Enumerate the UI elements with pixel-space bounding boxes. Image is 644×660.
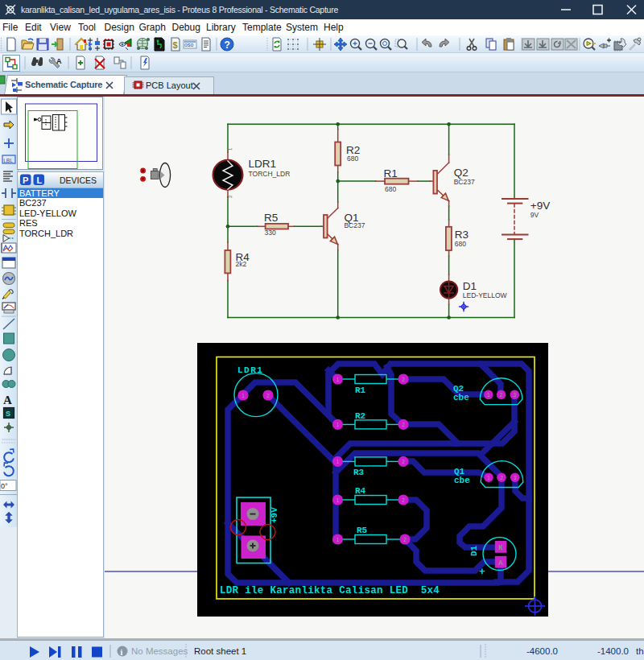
svg-text:cbe: cbe — [453, 393, 469, 402]
svg-text:3: 3 — [513, 392, 516, 398]
svg-text:th: th — [636, 646, 644, 656]
svg-text:0°: 0° — [1, 482, 8, 490]
svg-text:LBL: LBL — [3, 158, 13, 163]
svg-text:1: 1 — [336, 459, 340, 464]
svg-text:+: + — [479, 566, 485, 578]
svg-text:2k2: 2k2 — [236, 260, 247, 268]
svg-text:2: 2 — [403, 537, 407, 542]
svg-text:680: 680 — [385, 185, 396, 193]
svg-text:BC237: BC237 — [344, 221, 365, 229]
svg-text:2: 2 — [402, 377, 405, 382]
svg-text:LDR1: LDR1 — [249, 158, 277, 170]
svg-text:BC237: BC237 — [454, 178, 475, 186]
svg-text:1: 1 — [336, 497, 340, 503]
svg-text:LED-YELLOW: LED-YELLOW — [463, 291, 507, 299]
svg-text:2: 2 — [266, 393, 270, 398]
svg-text:9V: 9V — [530, 211, 539, 219]
svg-text:?: ? — [225, 39, 230, 51]
svg-text:D1: D1 — [469, 545, 479, 556]
svg-text:2: 2 — [500, 475, 503, 481]
svg-text:R1: R1 — [355, 386, 366, 395]
svg-text:+9V: +9V — [530, 200, 550, 212]
svg-text:680: 680 — [455, 240, 466, 248]
svg-text:1: 1 — [487, 475, 490, 481]
svg-text:2: 2 — [402, 497, 405, 503]
svg-text:LDR ile Karanlikta Calisan LED: LDR ile Karanlikta Calisan LED 5x4 — [220, 585, 440, 596]
svg-text:1: 1 — [228, 147, 233, 151]
svg-text:DEVICES: DEVICES — [60, 175, 97, 185]
svg-text:-1400.0: -1400.0 — [597, 646, 629, 656]
svg-text:2: 2 — [500, 392, 503, 398]
svg-text:2: 2 — [228, 195, 233, 198]
svg-text:R2: R2 — [355, 411, 365, 421]
svg-text:R5: R5 — [357, 526, 368, 535]
svg-text:1: 1 — [336, 537, 340, 542]
svg-text:330: 330 — [265, 229, 276, 237]
svg-text:1: 1 — [336, 422, 340, 427]
svg-text:R3: R3 — [455, 229, 469, 241]
svg-text:680: 680 — [347, 155, 358, 163]
svg-text:R3: R3 — [353, 468, 365, 477]
svg-text:cbe: cbe — [454, 476, 470, 485]
svg-text:2: 2 — [402, 459, 405, 464]
svg-text:A: A — [56, 57, 62, 65]
svg-text:A: A — [498, 559, 503, 567]
svg-text:$: $ — [173, 40, 178, 50]
svg-text:i: i — [121, 648, 123, 657]
svg-text:2: 2 — [402, 422, 405, 427]
svg-text:K: K — [498, 544, 503, 552]
svg-text:TORCH_LDR: TORCH_LDR — [249, 170, 291, 178]
svg-text:Root sheet 1: Root sheet 1 — [194, 646, 246, 656]
svg-text:-4600.0: -4600.0 — [526, 646, 558, 656]
svg-text:1: 1 — [336, 377, 340, 382]
svg-text:A: A — [3, 394, 12, 406]
svg-text:1: 1 — [487, 392, 490, 398]
svg-text:LDR1: LDR1 — [237, 365, 263, 375]
svg-text:R4: R4 — [355, 486, 366, 496]
svg-text:R1: R1 — [384, 167, 398, 179]
svg-text:3: 3 — [514, 475, 517, 481]
svg-text:P: P — [23, 175, 28, 185]
svg-text:1: 1 — [242, 393, 245, 398]
svg-text:S: S — [6, 410, 10, 418]
svg-text:+9V: +9V — [270, 507, 279, 523]
svg-text:oso: oso — [184, 42, 193, 47]
svg-text:No Messages: No Messages — [131, 646, 188, 656]
svg-text:R5: R5 — [264, 212, 278, 224]
svg-text:L: L — [37, 175, 43, 185]
